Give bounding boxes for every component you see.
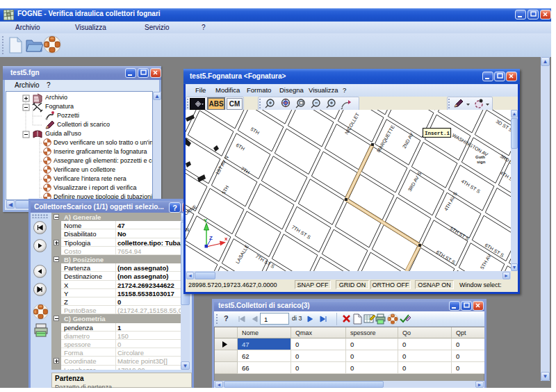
svg-text:Insert.1: Insert.1	[425, 131, 450, 136]
svg-text:Y: Y	[204, 218, 208, 224]
svg-text:sign: sign	[477, 160, 486, 164]
svg-text:Guth: Guth	[475, 155, 485, 159]
svg-text:x: x	[224, 236, 228, 242]
svg-text:N: N	[186, 227, 189, 232]
svg-text:Z: Z	[209, 235, 213, 241]
